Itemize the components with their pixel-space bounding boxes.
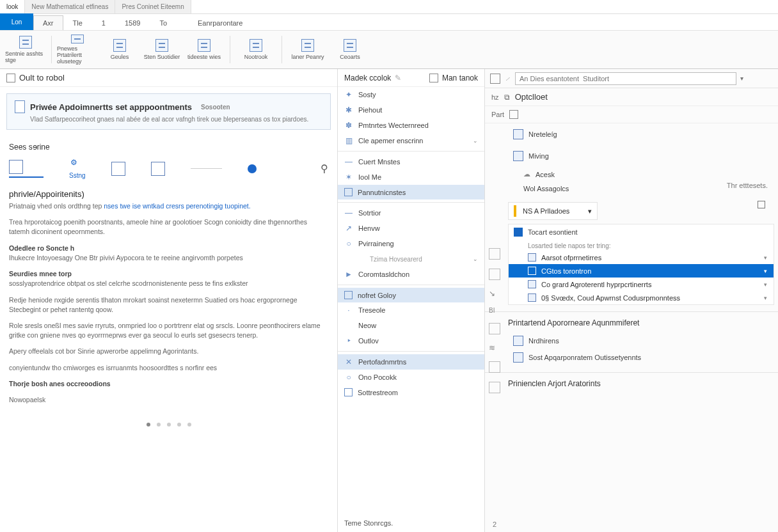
menu-item[interactable]: —Cuert Mnstes — [338, 154, 484, 169]
group-item[interactable]: Nrdhirens — [508, 332, 774, 349]
menu-item[interactable]: ✶Iool Me — [338, 169, 484, 185]
ribbon-button[interactable]: Geules — [99, 33, 140, 66]
side-icon[interactable] — [489, 382, 500, 393]
ribbon-icon — [71, 35, 84, 43]
chevron-down-icon[interactable]: ▾ — [588, 207, 592, 215]
article-para: conyientundw tho cmiworges es isrruanmts… — [9, 363, 328, 373]
article-para: Odedlee ro Soncte hIhukecre Intoyoesagy … — [9, 244, 328, 263]
checkbox-icon — [344, 388, 353, 396]
menu-glyph-icon: ▥ — [344, 136, 353, 145]
calendar-icon — [513, 129, 523, 139]
group-title: Prinienclen Arjort Aratorints — [485, 377, 778, 391]
menu-item[interactable]: Tzima Hovsearerd⌄ — [338, 251, 484, 267]
menu-item[interactable]: Neow — [338, 318, 484, 333]
chevron-down-icon[interactable]: ▾ — [740, 75, 743, 82]
ribbon-button[interactable]: Nootrook — [235, 33, 276, 66]
window-tab[interactable]: New Mathematical etfineas — [25, 0, 115, 13]
menu-item[interactable]: —Sotrtior — [338, 205, 484, 221]
menu-item[interactable]: Sottrestreom — [338, 385, 484, 400]
side-icon[interactable] — [489, 361, 500, 373]
menu-item[interactable]: nofret Goloy — [338, 288, 484, 302]
group-item[interactable]: Sost Apqarponratem Outissetyennts — [508, 349, 774, 366]
menu-glyph-icon: — — [344, 157, 353, 166]
search-input[interactable] — [515, 72, 736, 85]
menu-item[interactable]: ↗Henvw — [338, 221, 484, 236]
menu-item[interactable]: ‣Outlov — [338, 333, 484, 348]
list-item-icon — [528, 253, 536, 262]
ribbon-tab[interactable]: Eanrparontare — [188, 15, 252, 30]
article-subtitle: Vlad Satfarpeocoriheot gnaes nal abée de… — [30, 116, 322, 123]
side-caption: Thr etttesets. — [727, 182, 768, 189]
checkbox-icon — [344, 291, 353, 299]
menu-glyph-icon: ✱ — [344, 106, 353, 114]
menu-glyph-icon: ✕ — [344, 357, 353, 366]
ribbon-button[interactable]: Sten Suotidier — [141, 33, 182, 66]
side-icon[interactable] — [489, 323, 500, 334]
app-corner[interactable]: Lon — [0, 13, 33, 30]
page-dot[interactable] — [147, 423, 150, 426]
chevron-down-icon: ⌄ — [473, 137, 478, 144]
list-item[interactable]: 0§ Svœdx, Coud Apwrnst Codusrpmonntess▾ — [509, 291, 774, 304]
menu-item[interactable]: ✱Piehout — [338, 102, 484, 118]
page-dot[interactable] — [157, 423, 161, 426]
menu-item[interactable]: ○Ono Pocokk — [338, 370, 484, 385]
ribbon-tab[interactable]: 1589 — [115, 15, 150, 30]
page-dot[interactable] — [187, 423, 191, 426]
article-para: Apery offeelals cot bor Sinrie apwerorbe… — [9, 347, 328, 356]
side-icon[interactable] — [489, 269, 500, 280]
window-tab[interactable]: Pres Coninet Eiteemn — [115, 0, 191, 13]
article-para: Nowopaelsk — [9, 395, 328, 405]
ribbon-icon — [113, 39, 126, 52]
inline-link[interactable]: nses twe ise wntkad cresrs perenotingig … — [104, 202, 250, 210]
chat-icon — [151, 162, 165, 176]
page-dot[interactable] — [167, 423, 171, 426]
chevron-down-icon: ▾ — [764, 254, 767, 261]
ribbon-button[interactable]: Pnewes Prtatrilertt olusetegy — [57, 33, 98, 66]
step-dot-icon — [248, 164, 257, 173]
menu-item[interactable]: Pannutnicnstes — [338, 185, 484, 199]
ribbon-tab-row: Lon Axr Tle 1 1589 To Eanrparontare — [0, 14, 778, 31]
ribbon-tab[interactable]: To — [150, 15, 177, 30]
chevron-down-icon: ▾ — [764, 281, 767, 288]
menu-glyph-icon — [356, 254, 365, 263]
ribbon-button[interactable]: laner Peanry — [287, 33, 328, 66]
list-item[interactable]: Aarsot ofprrnetirres▾ — [509, 251, 774, 264]
ribbon-button[interactable]: tideeste wies — [184, 33, 225, 66]
task-option[interactable]: Nreteleíg — [508, 126, 774, 143]
task-sub-option[interactable]: ☁Acesk — [508, 167, 774, 182]
menu-icon — [429, 74, 438, 82]
ribbon-tab[interactable]: 1 — [92, 15, 115, 30]
list-item[interactable]: Co grard Agroterentl hyprpcrtinerrts▾ — [509, 278, 774, 291]
ribbon-button[interactable]: Sentnie asshts stge — [5, 33, 46, 66]
counter-chip[interactable]: NS A Prlladoes ▾ — [508, 202, 598, 220]
item-icon — [513, 352, 523, 363]
steps-icons: ⚙ Sstng ⚲ — [9, 158, 328, 179]
menu-item[interactable]: ✦Sosty — [338, 87, 484, 102]
page-dot[interactable] — [177, 423, 181, 426]
task-option[interactable]: Miving — [508, 148, 774, 164]
chevron-down-icon: ⌄ — [473, 256, 478, 262]
context-menu-pane: Madek ccolok ✎ Man tanok ✦Sosty✱Piehout✽… — [338, 69, 485, 532]
menu-item[interactable]: ✽Pmtnrtes Wecternreed — [338, 118, 484, 133]
ribbon-tab[interactable]: Axr — [33, 15, 63, 30]
ribbon-icon — [250, 39, 262, 52]
side-icon[interactable] — [489, 248, 500, 260]
menu-title: Madek ccolok ✎ Man tanok — [338, 69, 484, 87]
article-title: Priwée Apdoimnertts set apppoontments — [30, 102, 192, 112]
menu-item[interactable]: ►Coromtasldchon — [338, 267, 484, 282]
ribbon-tab[interactable]: Tle — [63, 15, 92, 30]
ribbon-icon — [19, 36, 32, 49]
ribbon-button[interactable]: Ceoarts — [329, 33, 370, 66]
list-item[interactable]: CGtos torontron▾ — [509, 264, 774, 278]
ribbon-body: Sentnie asshts stge Pnewes Prtatrilertt … — [0, 31, 778, 69]
menu-footer-link[interactable]: Teme Stonrcgs. — [338, 514, 484, 532]
menu-item[interactable]: ▥Cle apemer enscrinn⌄ — [338, 133, 484, 148]
section-label: Sees sɘrine — [9, 143, 328, 152]
menu-item[interactable]: ○Pvirraineng — [338, 236, 484, 251]
list-item-icon — [528, 267, 536, 275]
window-tab[interactable]: look — [0, 0, 25, 13]
menu-item[interactable]: ·Treseole — [338, 302, 484, 318]
tool-icon[interactable] — [490, 74, 500, 84]
ribbon-icon — [344, 39, 356, 52]
menu-item[interactable]: ✕Pertofadnmrtns — [338, 354, 484, 370]
